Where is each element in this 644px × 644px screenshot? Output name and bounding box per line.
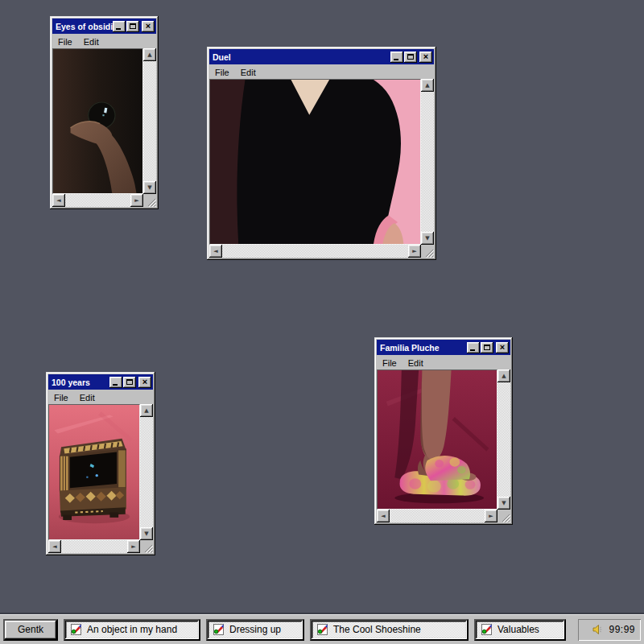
resize-grip-icon xyxy=(423,246,434,258)
maximize-icon xyxy=(130,23,136,29)
artwork-obsidian-image xyxy=(53,49,142,193)
menu-edit[interactable]: Edit xyxy=(408,358,423,368)
resize-grip-icon xyxy=(499,511,510,522)
window-title: Eyes of obsidian xyxy=(56,22,113,31)
scroll-down-button[interactable]: ▼ xyxy=(140,527,153,540)
maximize-button[interactable] xyxy=(126,21,139,32)
window-eyes-of-obsidian: Eyes of obsidian × File Edit xyxy=(50,16,159,209)
resize-grip[interactable] xyxy=(140,540,153,553)
maximize-button[interactable] xyxy=(123,377,136,388)
menu-file[interactable]: File xyxy=(215,68,229,77)
image-viewport xyxy=(48,404,140,540)
vertical-scrollbar[interactable]: ▲ ▼ xyxy=(497,369,510,510)
horizontal-scroll-track[interactable] xyxy=(390,510,485,522)
scroll-up-button[interactable]: ▲ xyxy=(497,369,510,382)
horizontal-scroll-track[interactable] xyxy=(65,194,130,207)
horizontal-scrollbar[interactable]: ◄ ► xyxy=(209,245,421,258)
vertical-scrollbar[interactable]: ▲ ▼ xyxy=(140,404,153,540)
window-client-area: ▲ ▼ ◄ ► xyxy=(52,48,156,207)
scroll-up-button[interactable]: ▲ xyxy=(421,79,434,92)
scroll-right-button[interactable]: ► xyxy=(127,540,140,553)
scroll-down-button[interactable]: ▼ xyxy=(421,232,434,245)
minimize-icon xyxy=(116,28,121,30)
close-button[interactable]: × xyxy=(142,21,155,32)
close-icon: × xyxy=(146,21,151,31)
close-button[interactable]: × xyxy=(138,377,151,388)
resize-grip-icon xyxy=(142,542,153,553)
window-duel: Duel × File Edit ▲ ▼ ◄ xyxy=(207,47,436,260)
image-viewport xyxy=(52,48,143,194)
paint-icon xyxy=(70,623,83,636)
scroll-up-button[interactable]: ▲ xyxy=(140,404,153,417)
minimize-icon xyxy=(394,59,398,60)
scroll-right-button[interactable]: ► xyxy=(408,245,421,258)
scroll-right-button[interactable]: ► xyxy=(485,510,497,522)
close-icon: × xyxy=(423,52,428,61)
horizontal-scroll-track[interactable] xyxy=(222,245,408,258)
minimize-button[interactable] xyxy=(113,21,126,32)
vertical-scroll-track[interactable] xyxy=(497,382,510,497)
menu-file[interactable]: File xyxy=(54,393,68,402)
scroll-left-button[interactable]: ◄ xyxy=(209,245,222,258)
horizontal-scroll-track[interactable] xyxy=(61,540,127,553)
start-button[interactable]: Gentk xyxy=(3,619,58,641)
titlebar[interactable]: 100 years × xyxy=(48,374,153,390)
taskbar-item-an-object-in-my-hand[interactable]: An object in my hand xyxy=(64,619,200,641)
scroll-right-button[interactable]: ► xyxy=(130,194,143,207)
resize-grip[interactable] xyxy=(421,245,434,258)
window-100-years: 100 years × File Edit xyxy=(46,372,155,555)
scroll-left-button[interactable]: ◄ xyxy=(48,540,61,553)
maximize-icon xyxy=(407,54,414,60)
window-title: 100 years xyxy=(52,378,109,387)
maximize-button[interactable] xyxy=(404,52,417,63)
image-viewport xyxy=(209,79,421,245)
volume-icon[interactable] xyxy=(591,623,604,636)
taskbar-item-valuables[interactable]: Valuables xyxy=(474,619,566,641)
close-button[interactable]: × xyxy=(496,342,509,353)
horizontal-scrollbar[interactable]: ◄ ► xyxy=(377,510,497,522)
menu-edit[interactable]: Edit xyxy=(241,68,256,77)
resize-grip-icon xyxy=(145,196,156,207)
window-familia-pluche: Familia Pluche × File Edit xyxy=(374,337,513,525)
close-icon: × xyxy=(142,377,147,386)
resize-grip[interactable] xyxy=(497,510,510,522)
menu-edit[interactable]: Edit xyxy=(84,37,99,47)
artwork-duel-image xyxy=(210,80,420,244)
minimize-icon xyxy=(113,384,118,386)
menu-file[interactable]: File xyxy=(58,37,72,47)
minimize-button[interactable] xyxy=(390,52,403,63)
vertical-scroll-track[interactable] xyxy=(421,92,434,232)
horizontal-scrollbar[interactable]: ◄ ► xyxy=(52,194,143,207)
scroll-left-button[interactable]: ◄ xyxy=(377,510,390,522)
titlebar[interactable]: Eyes of obsidian × xyxy=(52,19,156,34)
minimize-button[interactable] xyxy=(467,342,480,353)
window-client-area: ▲ ▼ ◄ ► xyxy=(377,369,510,522)
artwork-box-image xyxy=(49,405,139,539)
window-client-area: ▲ ▼ ◄ ► xyxy=(48,404,153,553)
taskbar-item-the-cool-shoeshine[interactable]: The Cool Shoeshine xyxy=(310,619,469,641)
scroll-left-button[interactable]: ◄ xyxy=(52,194,65,207)
titlebar[interactable]: Duel × xyxy=(209,49,434,64)
menu-bar: File Edit xyxy=(48,390,153,404)
window-title: Duel xyxy=(213,52,390,62)
vertical-scroll-track[interactable] xyxy=(140,417,153,527)
scroll-up-button[interactable]: ▲ xyxy=(143,48,156,61)
scroll-down-button[interactable]: ▼ xyxy=(497,497,510,510)
taskbar-item-label: Valuables xyxy=(497,624,539,635)
paint-icon xyxy=(481,623,493,636)
taskbar-item-dressing-up[interactable]: Dressing up xyxy=(206,619,304,641)
resize-grip[interactable] xyxy=(143,194,156,207)
minimize-button[interactable] xyxy=(109,377,122,388)
menu-file[interactable]: File xyxy=(382,358,397,368)
vertical-scroll-track[interactable] xyxy=(143,61,156,181)
vertical-scrollbar[interactable]: ▲ ▼ xyxy=(143,48,156,194)
close-button[interactable]: × xyxy=(419,52,432,63)
horizontal-scrollbar[interactable]: ◄ ► xyxy=(48,540,140,553)
menu-edit[interactable]: Edit xyxy=(80,393,95,402)
vertical-scrollbar[interactable]: ▲ ▼ xyxy=(421,79,434,245)
maximize-button[interactable] xyxy=(481,342,493,353)
scroll-down-button[interactable]: ▼ xyxy=(143,181,156,194)
paint-icon xyxy=(316,623,329,636)
titlebar[interactable]: Familia Pluche × xyxy=(377,340,510,355)
taskbar-item-label: The Cool Shoeshine xyxy=(333,624,421,635)
